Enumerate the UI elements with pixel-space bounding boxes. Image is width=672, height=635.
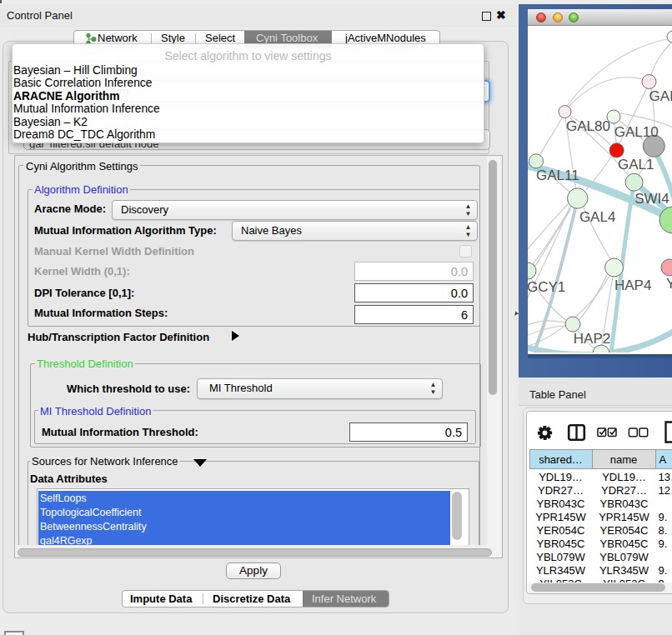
svg-text:GAL1: GAL1 (618, 157, 654, 172)
svg-text:GAL11: GAL11 (536, 168, 579, 183)
svg-text:HAP2: HAP2 (574, 331, 610, 347)
svg-text:Y: Y (666, 276, 672, 292)
svg-text:SWI4: SWI4 (634, 191, 669, 207)
svg-text:GAL80: GAL80 (566, 118, 610, 134)
svg-text:GCY1: GCY1 (528, 279, 565, 295)
svg-text:HAP4: HAP4 (614, 278, 651, 293)
svg-text:GAL: GAL (649, 88, 672, 104)
svg-text:GAL10: GAL10 (614, 124, 659, 140)
svg-text:GAL4: GAL4 (579, 209, 615, 225)
